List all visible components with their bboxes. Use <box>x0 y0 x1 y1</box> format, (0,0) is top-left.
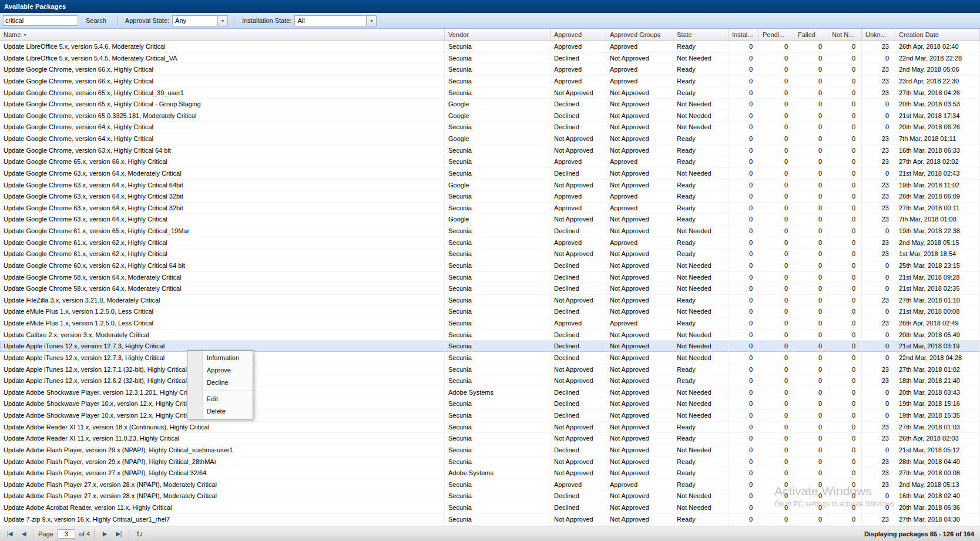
cell-vendor: Secunia <box>445 398 551 409</box>
column-header-pending[interactable]: Pendi... <box>759 29 794 41</box>
table-row[interactable]: Update LibreOffice 5.x, version 5.4.6, M… <box>0 41 980 53</box>
table-row[interactable]: Update Adobe Shockwave Player, version 1… <box>0 387 980 399</box>
search-input[interactable] <box>3 15 78 26</box>
cell-approved_groups: Not Approved <box>606 226 673 237</box>
table-row[interactable]: Update 7-zip 9.x, version 16.x, Highly C… <box>0 514 980 526</box>
table-row[interactable]: Update Google Chrome, version 66.x, High… <box>0 64 980 76</box>
table-row[interactable]: Update Google Chrome 58.x, version 64.x,… <box>0 283 980 295</box>
table-row[interactable]: Update Adobe Flash Player 27.x, version … <box>0 490 980 502</box>
cell-vendor: Google <box>445 99 551 110</box>
table-row[interactable]: Update Adobe Acrobat Reader, version 11.… <box>0 502 980 514</box>
cell-creation_date: 16th Mar, 2018 02:40 <box>895 490 980 502</box>
table-row[interactable]: Update Google Chrome 63.x, version 64.x,… <box>0 214 980 226</box>
column-header-failed[interactable]: Failed <box>794 29 828 41</box>
table-row[interactable]: Update Google Chrome, version 63.x, High… <box>0 145 980 157</box>
cell-installed: 0 <box>729 122 759 133</box>
cell-approved: Declined <box>551 168 606 179</box>
last-page-button[interactable]: ▶| <box>113 528 125 540</box>
column-header-approved[interactable]: Approved <box>551 29 606 41</box>
table-row[interactable]: Update Google Chrome 61.x, version 62.x,… <box>0 237 980 249</box>
menu-item-edit[interactable]: Edit <box>187 393 253 405</box>
table-row[interactable]: Update Google Chrome 63.x, version 64.x,… <box>0 191 980 203</box>
search-button[interactable]: Search <box>81 15 111 26</box>
menu-item-information[interactable]: Information <box>187 352 253 364</box>
table-row[interactable]: Update Google Chrome 60.x, version 62.x,… <box>0 260 980 272</box>
cell-state: Not Needed <box>673 168 729 179</box>
table-row[interactable]: Update Adobe Flash Player, version 27.x … <box>0 468 980 479</box>
cell-approved_groups: Approved <box>606 76 673 87</box>
cell-vendor: Secunia <box>445 295 551 306</box>
cell-unknown: 23 <box>862 88 895 99</box>
table-row[interactable]: Update Google Chrome, version 65.x, High… <box>0 99 980 110</box>
column-header-unknown[interactable]: Unkn... <box>862 29 895 41</box>
approval-state-select[interactable]: Any ▼ <box>172 15 228 26</box>
table-row[interactable]: Update Adobe Flash Player 27.x, version … <box>0 479 980 491</box>
cell-failed: 0 <box>794 203 828 214</box>
cell-installed: 0 <box>729 110 759 122</box>
table-row[interactable]: Update eMule Plus 1.x, version 1.2.5.0, … <box>0 306 980 318</box>
table-row[interactable]: Update Apple iTunes 12.x, version 12.7.1… <box>0 364 980 376</box>
column-header-approved_groups[interactable]: Approved Groups <box>606 29 673 41</box>
cell-pending: 0 <box>759 145 794 156</box>
menu-item-delete[interactable]: Delete <box>187 405 253 418</box>
cell-failed: 0 <box>794 433 828 444</box>
cell-approved_groups: Not Approved <box>606 341 673 352</box>
page-number-input[interactable] <box>58 529 75 539</box>
chevron-down-icon[interactable]: ▼ <box>366 16 376 26</box>
table-row[interactable]: Update eMule Plus 1.x, version 1.2.5.0, … <box>0 318 980 330</box>
table-row[interactable]: Update Google Chrome, version 65.x, High… <box>0 88 980 99</box>
table-row[interactable]: Update LibreOffice 5.x, version 5.4.5, M… <box>0 53 980 65</box>
cell-not_needed: 0 <box>828 387 862 398</box>
column-header-installed[interactable]: Instal... <box>729 29 759 41</box>
menu-item-decline[interactable]: Decline <box>187 377 253 389</box>
table-row[interactable]: Update Google Chrome, version 64.x, High… <box>0 133 980 145</box>
table-row[interactable]: Update Google Chrome 63.x, version 64.x,… <box>0 180 980 191</box>
prev-page-button[interactable]: ◀ <box>18 528 29 540</box>
paging-toolbar: |◀ ◀ Page of 4 ▶ ▶| ↻ Displaying package… <box>0 526 980 541</box>
table-row[interactable]: Update Apple iTunes 12.x, version 12.6.2… <box>0 375 980 387</box>
table-row[interactable]: Update Adobe Reader XI 11.x, version 11.… <box>0 433 980 445</box>
cell-state: Ready <box>673 248 729 260</box>
cell-name: Update Adobe Reader XI 11.x, version 18.… <box>0 422 445 433</box>
table-row[interactable]: Update Adobe Shockwave Player 10.x, vers… <box>0 410 980 422</box>
table-row[interactable]: Update Google Chrome 63.x, version 64.x,… <box>0 168 980 180</box>
column-header-vendor[interactable]: Vendor <box>445 29 551 41</box>
table-row[interactable]: Update Calibre 2.x, version 3.x, Moderat… <box>0 330 980 341</box>
table-row[interactable]: Update FileZilla 3.x, version 3.21.0, Mo… <box>0 295 980 307</box>
cell-approved_groups: Not Approved <box>606 122 673 133</box>
cell-name: Update eMule Plus 1.x, version 1.2.5.0, … <box>0 318 445 329</box>
cell-not_needed: 0 <box>828 479 862 490</box>
cell-name: Update Google Chrome 58.x, version 64.x,… <box>0 283 445 294</box>
table-row[interactable]: Update Google Chrome 63.x, version 64.x,… <box>0 203 980 214</box>
cell-approved: Not Approved <box>551 433 606 444</box>
table-row[interactable]: Update Adobe Flash Player, version 29.x … <box>0 456 980 468</box>
column-header-not_needed[interactable]: Not N... <box>828 29 862 41</box>
column-header-name[interactable]: Name▼ <box>0 29 445 41</box>
chevron-down-icon[interactable]: ▼ <box>217 16 227 26</box>
table-row[interactable]: Update Adobe Shockwave Player 10.x, vers… <box>0 398 980 410</box>
column-header-state[interactable]: State <box>673 29 729 41</box>
table-row[interactable]: Update Google Chrome 65.x, version 66.x,… <box>0 156 980 168</box>
cell-name: Update Adobe Flash Player, version 29.x … <box>0 445 445 456</box>
table-row[interactable]: Update Apple iTunes 12.x, version 12.7.3… <box>0 352 980 364</box>
table-row[interactable]: Update Google Chrome, version 65.0.3325.… <box>0 110 980 122</box>
cell-creation_date: 27th Apr, 2018 02:02 <box>895 156 980 167</box>
menu-item-approve[interactable]: Approve <box>187 364 253 377</box>
next-page-button[interactable]: ▶ <box>99 528 110 540</box>
first-page-button[interactable]: |◀ <box>4 528 15 540</box>
table-row[interactable]: Update Adobe Flash Player, version 29.x … <box>0 445 980 456</box>
table-row[interactable]: Update Google Chrome 61.x, version 65.x,… <box>0 226 980 237</box>
cell-failed: 0 <box>794 260 828 271</box>
table-row[interactable]: Update Google Chrome, version 66.x, High… <box>0 76 980 88</box>
refresh-icon[interactable]: ↻ <box>133 528 145 540</box>
table-row[interactable]: Update Google Chrome 61.x, version 62.x,… <box>0 248 980 260</box>
installation-state-select[interactable]: All ▼ <box>294 15 377 26</box>
table-row[interactable]: Update Apple iTunes 12.x, version 12.7.3… <box>0 341 980 352</box>
table-row[interactable]: Update Adobe Reader XI 11.x, version 18.… <box>0 422 980 434</box>
page-title: Available Packages <box>4 3 66 10</box>
cell-unknown: 23 <box>862 203 895 214</box>
cell-pending: 0 <box>759 295 794 306</box>
column-header-creation_date[interactable]: Creation Date <box>895 29 980 41</box>
table-row[interactable]: Update Google Chrome 58.x, version 64.x,… <box>0 272 980 284</box>
table-row[interactable]: Update Google Chrome, version 64.x, High… <box>0 122 980 133</box>
